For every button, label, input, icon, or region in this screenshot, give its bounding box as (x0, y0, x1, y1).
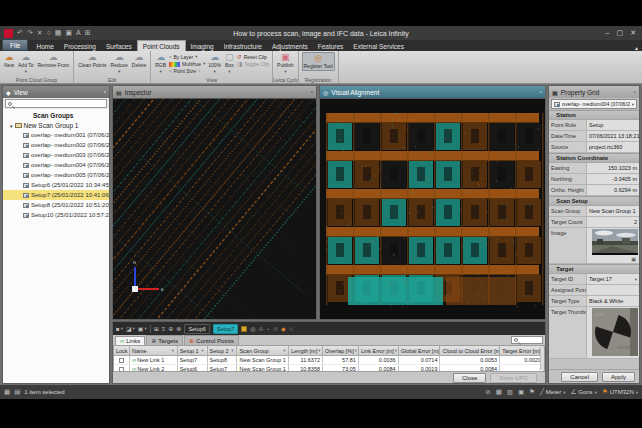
tree-item[interactable]: overlap- medium002 (07/06/2021 13:11:26) (3, 140, 109, 150)
tree-item-selected[interactable]: Setup7 (25/01/2022 10:41:06) (3, 190, 109, 200)
column-header[interactable]: Name▼ (130, 346, 178, 355)
visual-alignment-header[interactable]: ◎ Visual Alignment ▫ (320, 86, 545, 98)
grid-mode-dropdown[interactable]: ▣▾ (138, 325, 147, 332)
crs-dropdown[interactable]: ⚑ UTM32N ▾ (602, 388, 638, 396)
rotate-tool-icon[interactable]: ⊗ (176, 325, 181, 332)
undo-icon[interactable]: ↶ (17, 29, 23, 37)
layers-icon[interactable]: ▣ (65, 29, 72, 37)
wave-tool-icon[interactable]: ∿ (289, 325, 294, 332)
section-target[interactable]: ▴ Target (549, 264, 639, 274)
inspector-header[interactable]: ▤ Inspector ▫ (113, 86, 316, 98)
column-header[interactable]: Global Error [m]▼ (399, 346, 441, 355)
table-row[interactable]: ∞New Link 1 Setup7 Setup8 New Scan Group… (114, 356, 544, 365)
reduce-button[interactable]: ☁ Reduce ▾ (110, 52, 129, 74)
cells-view-icon[interactable]: ▣ (518, 388, 524, 396)
column-header[interactable]: Overlap [%]▼ (323, 346, 359, 355)
tab-features[interactable]: Features (313, 41, 349, 51)
tab-point-clouds[interactable]: Point Clouds (137, 40, 186, 51)
delete-button[interactable]: ☁ Delete (131, 52, 147, 69)
toggle-clip-button[interactable]: ◨ Toggle Clip (237, 61, 269, 67)
ribbon-collapse-icon[interactable]: ▴ (635, 44, 642, 51)
tab-control-points[interactable]: ⊕Control Points (184, 335, 239, 345)
reset-clip-button[interactable]: ↺ Reset Clip (237, 54, 269, 60)
remove-from-button[interactable]: ☁ Remove From (37, 52, 71, 69)
table-search-input[interactable] (511, 336, 543, 344)
target-thumbnail[interactable] (587, 307, 639, 358)
lock-checkbox[interactable] (119, 358, 124, 363)
column-header[interactable]: Link Error [m]▼ (359, 346, 399, 355)
point-size-control[interactable]: ● Point Size ↕ (169, 68, 205, 74)
tree-item[interactable]: Setup6 (25/01/2022 10:34:45) (3, 180, 109, 190)
multihue-button[interactable]: Multihue ▾ (169, 61, 205, 67)
section-station-coordinate[interactable]: ▴ Station Coordinate (549, 153, 639, 163)
add-to-button[interactable]: ☁ Add To ▾ (17, 52, 34, 74)
apply-button[interactable]: Apply (602, 372, 635, 382)
pick-tool-icon[interactable]: ⊕ (259, 325, 264, 332)
rows-view-icon[interactable]: ▥ (507, 388, 513, 396)
grid-icon[interactable]: ▦ (55, 29, 62, 37)
color-tool-icon[interactable]: ◆ (281, 325, 286, 332)
publish-button[interactable]: ▣ Publish ▾ (276, 52, 294, 74)
view-panel-header[interactable]: ◆ View ▫ (3, 86, 109, 98)
target-id-dropdown[interactable]: Target 17 ▾ (587, 274, 639, 284)
filter-icon[interactable]: ▼ (201, 348, 205, 353)
pin-icon[interactable]: ▫ (311, 89, 313, 95)
minimize-button[interactable]: – (606, 29, 610, 37)
table-scrollbar[interactable] (540, 347, 544, 370)
filter-icon[interactable]: ▼ (230, 348, 234, 353)
delete-icon[interactable]: ✕ (37, 29, 43, 37)
image-tool-icon[interactable]: ▣ (631, 256, 636, 262)
ring-tool-icon[interactable]: ⊚ (273, 325, 278, 332)
entity-selector-dropdown[interactable]: overlap- medium004 (07/06/2021 13:18 ▾ (551, 99, 637, 109)
tab-home[interactable]: Home (31, 41, 58, 51)
shade-mode-dropdown[interactable]: ◪▾ (126, 325, 135, 332)
tree-item[interactable]: overlap- medium003 (07/06/2021 13:15:00) (3, 150, 109, 160)
column-header[interactable]: Length [m]▼ (289, 346, 323, 355)
close-button[interactable]: ✕ (630, 29, 636, 37)
new-point-cloud-button[interactable]: ☁ New (3, 52, 15, 69)
stepper-icon[interactable]: ↕ (198, 68, 200, 74)
flag-icon[interactable]: ⚑ (529, 388, 535, 396)
tab-targets[interactable]: ⊕Targets (146, 335, 183, 345)
pin-icon[interactable]: ▫ (104, 89, 106, 95)
visual-alignment-viewport[interactable] (320, 98, 545, 319)
snap-icon[interactable]: ○ (47, 29, 51, 37)
distance-unit-dropdown[interactable]: ╱ Meter ▾ (540, 388, 566, 396)
filter-icon[interactable]: ▼ (394, 348, 398, 353)
tree-group-node[interactable]: ▾ New Scan Group 1 (3, 121, 109, 130)
tree-item[interactable]: overlap- medium005 (07/06/2021 13:21:47) (3, 170, 109, 180)
tab-external-services[interactable]: External Services (348, 41, 409, 51)
box-clip-button[interactable]: ▢ Box ▾ (224, 52, 235, 74)
register-tool-button[interactable]: ◎ Register Tool (302, 52, 335, 71)
by-layer-button[interactable]: ● By Layer ▾ (169, 54, 205, 60)
pin-icon[interactable]: ▫ (540, 89, 542, 95)
view-toggle-icon[interactable]: ▦ (4, 388, 10, 396)
property-grid-header[interactable]: ▦ Property Grid ▫ (549, 86, 639, 98)
target-tool-icon[interactable]: ◎ (250, 325, 255, 332)
redo-icon[interactable]: ↷ (27, 29, 33, 37)
section-station[interactable]: ▴ Station (549, 110, 639, 120)
tab-processing[interactable]: Processing (59, 41, 101, 51)
no-filter-icon[interactable]: ⊘ (485, 388, 490, 396)
list-tool-icon[interactable]: ≡ (162, 326, 166, 332)
setup6-chip[interactable]: Setup6 (184, 324, 209, 334)
label-icon[interactable]: A (76, 29, 81, 37)
filter-icon[interactable]: ▼ (282, 348, 286, 353)
highlight-tool-icon[interactable] (241, 326, 247, 332)
cancel-button[interactable]: Cancel (561, 372, 598, 382)
tree-item[interactable]: Setup10 (25/01/2022 10:57:23) (3, 210, 109, 220)
filter-icon[interactable]: ▼ (354, 348, 358, 353)
tab-links[interactable]: ∞Links (115, 336, 145, 345)
zoom-100-button[interactable]: ☁ 100% ▾ (207, 52, 222, 74)
align-tool-icon[interactable]: ⊞ (154, 325, 159, 332)
column-header[interactable]: Cloud to Cloud Error [m]▼ (440, 346, 500, 355)
grid-view-icon[interactable]: ▦ (496, 388, 502, 396)
column-header[interactable]: Setup 1▼ (178, 346, 208, 355)
tab-adjustments[interactable]: Adjustments (267, 41, 313, 51)
list-toggle-icon[interactable]: ▤ (14, 388, 20, 396)
add-tool-icon[interactable]: + (267, 326, 271, 332)
column-header[interactable]: Setup 2▼ (208, 346, 238, 355)
close-button[interactable]: Close (453, 373, 486, 383)
tree-item[interactable]: overlap- medium001 (07/06/2021 13:07:14) (3, 130, 109, 140)
setup7-chip[interactable]: Setup7 (213, 324, 238, 334)
